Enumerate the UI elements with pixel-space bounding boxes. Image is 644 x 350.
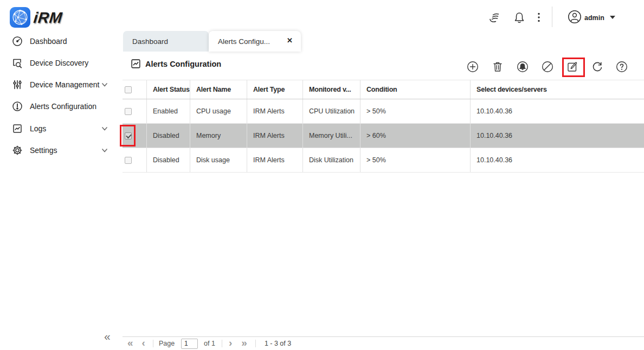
sidebar-label: Logs <box>30 124 46 133</box>
tab-label: Dashboard <box>132 37 168 46</box>
cell-condition: > 50% <box>360 148 470 172</box>
globe-network-icon <box>11 8 29 27</box>
settings-icon <box>12 145 23 156</box>
tab-close-icon[interactable]: ✕ <box>287 36 293 44</box>
add-alert-button[interactable] <box>467 61 479 73</box>
highlight-box-edit-button <box>562 58 585 77</box>
sidebar-label: Settings <box>30 146 57 155</box>
column-header-select-devices[interactable]: Select devices/servers <box>470 80 644 99</box>
table-row[interactable]: Disabled Disk usage IRM Alerts Disk Util… <box>123 148 644 173</box>
column-header-monitored-value[interactable]: Monitored v... <box>302 80 360 99</box>
sidebar-item-alerts-configuration[interactable]: Alerts Configuration <box>0 96 123 117</box>
cell-alert-type: IRM Alerts <box>247 148 302 172</box>
alerts-configuration-icon <box>12 101 23 112</box>
dashboard-icon <box>12 36 23 47</box>
column-header-condition[interactable]: Condition <box>360 80 470 99</box>
table-header-row: Alert Status Alert Name Alert Type Monit… <box>123 80 644 99</box>
table-row[interactable]: Disabled Memory IRM Alerts Memory Utili.… <box>123 124 644 148</box>
cell-alert-status: Disabled <box>146 148 190 172</box>
user-menu-caret-icon[interactable] <box>610 16 615 19</box>
sidebar-item-dashboard[interactable]: Dashboard <box>0 30 123 52</box>
sidebar-item-logs[interactable]: Logs <box>0 118 123 139</box>
sidebar-label: Device Management <box>30 80 99 89</box>
next-page-button[interactable]: › <box>229 338 232 348</box>
cell-devices: 10.10.40.36 <box>470 124 644 148</box>
help-button[interactable] <box>616 61 628 73</box>
row-checkbox[interactable] <box>125 157 132 164</box>
device-discovery-icon <box>12 58 23 68</box>
cell-monitored-value: Memory Utili... <box>302 124 360 148</box>
cell-devices: 10.10.40.36 <box>470 148 644 172</box>
first-page-button[interactable]: « <box>127 338 133 348</box>
cell-monitored-value: CPU Utilization <box>302 99 360 123</box>
tab-dashboard[interactable]: Dashboard <box>123 31 209 52</box>
page-title: Alerts Configuration <box>145 60 221 68</box>
sidebar-item-settings[interactable]: Settings <box>0 139 123 161</box>
select-all-checkbox[interactable] <box>125 86 132 93</box>
notifications-icon[interactable] <box>513 11 526 24</box>
cell-alert-type: IRM Alerts <box>247 124 302 148</box>
tab-alerts-configuration[interactable]: Alerts Configu... ✕ <box>209 31 301 52</box>
cell-alert-status: Enabled <box>146 99 190 123</box>
sidebar-item-device-discovery[interactable]: Device Discovery <box>0 52 123 74</box>
pagination-bar: « ‹ Page of 1 › » 1 - 3 of 3 <box>123 336 644 350</box>
sidebar-label: Dashboard <box>30 37 67 46</box>
sidebar-collapse-button[interactable]: « <box>104 330 111 343</box>
user-icon[interactable] <box>568 10 582 24</box>
logs-icon <box>12 123 23 134</box>
cell-alert-name: CPU usage <box>190 99 247 123</box>
page-label: Page <box>159 340 175 347</box>
last-page-button[interactable]: » <box>241 338 247 348</box>
enable-alert-button[interactable] <box>517 61 529 73</box>
disable-alert-button[interactable] <box>542 61 553 73</box>
chevron-down-icon[interactable] <box>101 147 108 154</box>
chevron-down-icon[interactable] <box>101 125 108 132</box>
page-count-label: of 1 <box>204 340 215 347</box>
cell-alert-type: IRM Alerts <box>247 99 302 123</box>
device-management-icon <box>12 79 23 90</box>
table-row[interactable]: Enabled CPU usage IRM Alerts CPU Utiliza… <box>123 99 644 124</box>
cell-alert-name: Memory <box>190 124 247 148</box>
brand-name: iRM <box>33 9 63 27</box>
chevron-down-icon[interactable] <box>101 81 108 88</box>
highlight-box-row-checkbox <box>120 125 136 147</box>
tab-label: Alerts Configu... <box>218 37 270 46</box>
pagination-range: 1 - 3 of 3 <box>265 340 291 347</box>
refresh-button[interactable] <box>591 61 603 73</box>
cell-monitored-value: Disk Utilization <box>302 148 360 172</box>
cell-condition: > 50% <box>360 99 470 123</box>
header-divider <box>552 7 552 27</box>
row-checkbox[interactable] <box>125 108 132 115</box>
app-logo[interactable] <box>10 7 30 28</box>
alerts-configuration-page-icon <box>130 58 141 69</box>
more-icon[interactable] <box>532 11 545 24</box>
sidebar-label: Alerts Configuration <box>30 102 96 111</box>
tasks-icon[interactable] <box>488 11 501 24</box>
column-header-alert-status[interactable]: Alert Status <box>146 80 190 99</box>
alerts-table: Alert Status Alert Name Alert Type Monit… <box>123 80 644 173</box>
prev-page-button[interactable]: ‹ <box>142 338 145 348</box>
page-number-input[interactable] <box>181 339 198 349</box>
cell-condition: > 60% <box>360 124 470 148</box>
cell-devices: 10.10.40.36 <box>470 99 644 123</box>
sidebar-item-device-management[interactable]: Device Management <box>0 74 123 96</box>
delete-alert-button[interactable] <box>492 61 504 73</box>
sidebar-label: Device Discovery <box>30 59 88 67</box>
column-header-alert-type[interactable]: Alert Type <box>247 80 302 99</box>
cell-alert-name: Disk usage <box>190 148 247 172</box>
column-header-alert-name[interactable]: Alert Name <box>190 80 247 99</box>
user-name[interactable]: admin <box>584 14 604 22</box>
cell-alert-status: Disabled <box>146 124 190 148</box>
